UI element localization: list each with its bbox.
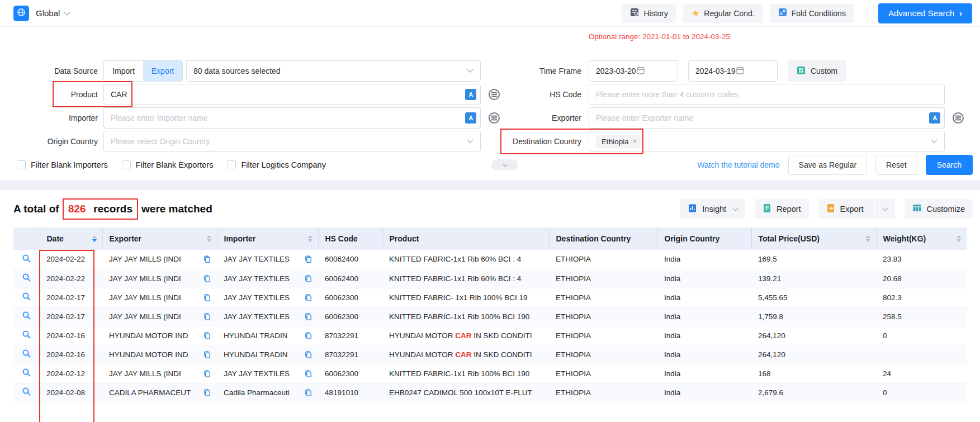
region-chevron-down-icon[interactable] <box>64 9 70 15</box>
copy-icon[interactable] <box>203 255 211 263</box>
tag-remove-icon[interactable]: × <box>633 137 637 145</box>
column-label: Destination Country <box>556 234 631 243</box>
origin-country-select[interactable]: Please select Origin Country <box>103 131 481 152</box>
column-header-weight-kg-[interactable]: Weight(KG) <box>876 227 967 250</box>
sort-carets-icon[interactable] <box>207 235 211 242</box>
column-header-date[interactable]: Date <box>40 227 102 250</box>
row-detail-button[interactable] <box>13 288 40 307</box>
filter-blank-importers-checkbox[interactable]: Filter Blank Importers <box>17 160 108 169</box>
save-as-regular-button[interactable]: Save as Regular <box>788 155 868 175</box>
copy-icon[interactable] <box>304 350 313 359</box>
customize-button[interactable]: Customize <box>905 199 973 219</box>
filter-logitics-company-label: Filter Logitics Company <box>241 160 326 169</box>
row-detail-button[interactable] <box>13 269 40 288</box>
cell-exporter: CADILA PHARMACEUT <box>102 383 217 402</box>
end-date-input[interactable]: 2024-03-19 <box>688 60 778 82</box>
translate-icon[interactable]: A <box>465 112 476 124</box>
copy-icon[interactable] <box>203 388 211 397</box>
collapse-conditions-button[interactable] <box>491 159 518 170</box>
cell-product: HYUNDAI MOTOR CAR IN SKD CONDITI <box>382 345 549 364</box>
export-button[interactable]: Export <box>818 199 895 219</box>
column-header-exporter[interactable]: Exporter <box>102 227 217 250</box>
copy-icon[interactable] <box>304 388 313 397</box>
copy-icon[interactable] <box>304 293 313 302</box>
sort-carets-icon[interactable] <box>866 235 870 242</box>
copy-icon[interactable] <box>203 312 211 321</box>
product-input[interactable] <box>103 84 481 105</box>
row-detail-button[interactable] <box>13 383 40 402</box>
table-body: 2024-02-22JAY JAY MILLS (INDIJAY JAY TEX… <box>13 250 967 402</box>
record-count: 826 <box>68 203 86 215</box>
table-row: 2024-02-12JAY JAY MILLS (INDIJAY JAY TEX… <box>13 364 967 383</box>
copy-icon[interactable] <box>304 274 313 283</box>
destination-country-tag-label: Ethiopia <box>602 137 629 146</box>
data-source-import-tab[interactable]: Import <box>104 61 143 81</box>
advanced-search-button[interactable]: Advanced Search › <box>878 3 972 23</box>
cell-total-price: 139.21 <box>751 269 876 288</box>
copy-icon[interactable] <box>203 274 211 283</box>
region-label[interactable]: Global <box>36 8 60 18</box>
column-header-total-price-usd-[interactable]: Total Price(USD) <box>751 227 876 250</box>
reset-button[interactable]: Reset <box>875 155 917 175</box>
row-detail-button[interactable] <box>13 307 40 326</box>
start-date-input[interactable]: 2023-03-20 <box>589 60 678 82</box>
importer-label: Importer <box>0 113 98 122</box>
copy-icon[interactable] <box>304 331 313 340</box>
filter-logitics-company-checkbox[interactable]: Filter Logitics Company <box>227 160 326 169</box>
translate-icon[interactable]: A <box>465 89 476 100</box>
cell-total-price: 2,679.6 <box>751 383 876 402</box>
data-source-segmented: Import Export <box>103 60 183 82</box>
fold-conditions-button[interactable]: Fold Conditions <box>770 4 854 23</box>
sort-carets-icon[interactable] <box>957 235 961 242</box>
calendar-icon <box>636 66 645 77</box>
copy-icon[interactable] <box>304 369 313 378</box>
global-region-button[interactable] <box>13 6 29 21</box>
exclude-search-icon[interactable] <box>953 112 964 124</box>
checkbox-icon[interactable] <box>122 160 131 169</box>
sort-carets-icon[interactable] <box>92 235 97 242</box>
tutorial-demo-link[interactable]: Watch the tutorial demo <box>697 160 779 169</box>
exclude-search-icon[interactable] <box>489 112 500 124</box>
cell-importer: JAY JAY TEXTILES <box>217 364 318 383</box>
cell-total-price: 168 <box>751 364 876 383</box>
column-label: Importer <box>224 234 256 243</box>
history-button[interactable]: History <box>622 4 676 23</box>
insight-label: Insight <box>702 205 726 214</box>
exporter-input[interactable] <box>589 107 945 129</box>
column-header-destination-country: Destination Country <box>549 227 657 250</box>
copy-icon[interactable] <box>203 293 211 302</box>
topbar-divider <box>866 7 867 20</box>
row-detail-button[interactable] <box>13 250 40 269</box>
filter-blank-exporters-checkbox[interactable]: Filter Blank Exporters <box>122 160 214 169</box>
row-detail-button[interactable] <box>13 326 40 345</box>
row-detail-button[interactable] <box>13 364 40 383</box>
copy-icon[interactable] <box>203 369 211 378</box>
exclude-search-icon[interactable] <box>489 89 500 100</box>
checkbox-icon[interactable] <box>227 160 236 169</box>
cell-destination-country: ETHIOPIA <box>549 364 657 383</box>
chevron-down-icon[interactable] <box>882 205 888 211</box>
translate-icon[interactable]: A <box>929 112 940 124</box>
column-header-importer[interactable]: Importer <box>217 227 318 250</box>
cell-destination-country: ETHIOPIA <box>549 288 657 307</box>
sort-carets-icon[interactable] <box>308 235 313 242</box>
cell-total-price: 169.5 <box>751 250 876 269</box>
magnifier-icon <box>22 333 31 341</box>
copy-icon[interactable] <box>203 350 211 359</box>
checkbox-icon[interactable] <box>17 160 26 169</box>
destination-country-select[interactable]: Ethiopia × <box>589 131 945 152</box>
custom-range-button[interactable]: Custom <box>788 60 846 82</box>
data-source-export-tab[interactable]: Export <box>143 61 182 81</box>
search-button[interactable]: Search <box>926 155 973 175</box>
table-row: 2024-02-08CADILA PHARMACEUTCadila Pharma… <box>13 383 967 402</box>
regular-cond-button[interactable]: ★ Regular Cond. <box>683 4 763 23</box>
copy-icon[interactable] <box>203 331 211 340</box>
hs-code-input[interactable] <box>589 84 945 105</box>
copy-icon[interactable] <box>304 255 313 263</box>
row-detail-button[interactable] <box>13 345 40 364</box>
report-button[interactable]: Report <box>755 199 809 219</box>
copy-icon[interactable] <box>304 312 313 321</box>
data-sources-select[interactable]: 80 data sources selected <box>186 60 481 82</box>
insight-button[interactable]: Insight <box>680 199 745 219</box>
importer-input[interactable] <box>103 107 481 129</box>
